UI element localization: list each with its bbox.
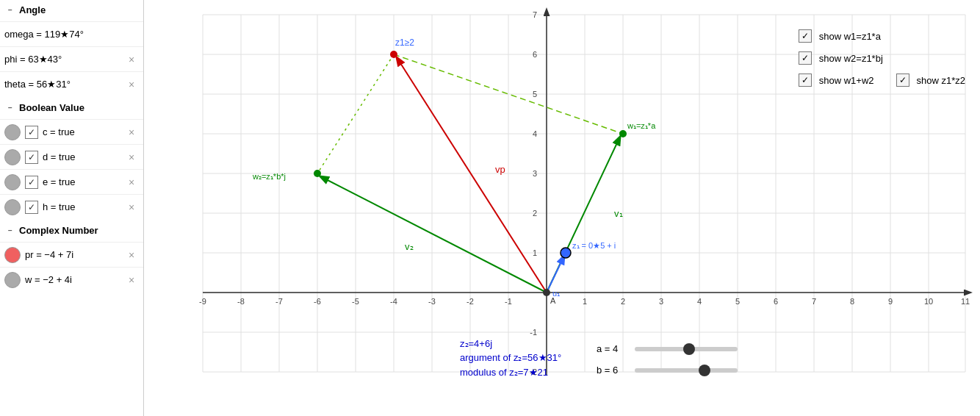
collapse-angle-icon: − (6, 6, 15, 15)
d-checkbox[interactable]: ✓ (25, 151, 38, 164)
w2-point-label: w₂=z₁*b*j (252, 172, 286, 181)
pr-close-btn[interactable]: × (126, 249, 137, 261)
svg-text:-3: -3 (428, 297, 436, 306)
svg-text:3: 3 (659, 297, 663, 306)
svg-text:-6: -6 (314, 297, 321, 306)
e-color (4, 174, 21, 190)
c-color (4, 124, 21, 140)
theta-close-btn[interactable]: × (126, 79, 137, 90)
slider-b-track[interactable] (635, 368, 738, 373)
boolean-content: ✓ c = true × ✓ d = true × ✓ e = true × ✓… (0, 118, 143, 220)
svg-text:4: 4 (533, 129, 537, 138)
svg-text:2: 2 (533, 209, 537, 218)
svg-text:1: 1 (533, 248, 537, 257)
svg-text:-7: -7 (275, 297, 283, 306)
list-item: ✓ e = true × (0, 169, 143, 194)
slider-a-track[interactable] (635, 347, 738, 351)
list-item: omega = 119★74° (0, 21, 143, 46)
legend-checkbox-w1w2[interactable]: ✓ (799, 73, 812, 87)
graph-area[interactable]: -9 -8 -7 -6 -5 -4 -3 -2 -1 1 2 3 4 5 6 7… (144, 0, 980, 416)
h-color (4, 199, 21, 215)
vector-vp (397, 57, 547, 293)
point-z1[interactable] (561, 248, 571, 258)
e-label: e = true (43, 176, 123, 187)
w-close-btn[interactable]: × (126, 274, 137, 286)
list-item: ✓ c = true × (0, 119, 143, 144)
section-angle[interactable]: − Angle (0, 0, 143, 20)
svg-text:-8: -8 (237, 297, 245, 306)
slider-a-thumb[interactable] (683, 343, 695, 355)
svg-text:7: 7 (812, 297, 816, 306)
svg-text:9: 9 (888, 297, 893, 306)
v1-label: v₁ (614, 208, 623, 219)
theta-label: theta = 56★31° (4, 79, 123, 90)
section-complex-label: Complex Number (19, 225, 98, 236)
svg-text:-4: -4 (390, 297, 397, 306)
svg-text:3: 3 (533, 169, 537, 178)
omega-label: omega = 119★74° (4, 29, 137, 40)
h-label: h = true (43, 201, 123, 212)
vp-label: vp (495, 164, 505, 175)
point-w2[interactable] (314, 170, 321, 177)
c-close-btn[interactable]: × (126, 126, 137, 138)
svg-text:6: 6 (774, 297, 778, 306)
angle-content: omega = 119★74° phi = 63★43° × theta = 5… (0, 20, 143, 98)
svg-text:5: 5 (735, 297, 740, 306)
list-item: w = −2 + 4i × (0, 267, 143, 292)
h-close-btn[interactable]: × (126, 201, 137, 213)
origin-point[interactable] (543, 289, 550, 296)
d-label: d = true (43, 151, 123, 162)
w1-point-label: w₁=z₁*a (627, 121, 656, 130)
point-z1z2[interactable] (390, 51, 397, 58)
section-boolean[interactable]: − Boolean Value (0, 98, 143, 118)
svg-text:5: 5 (533, 90, 537, 98)
phi-label: phi = 63★43° (4, 54, 123, 65)
e-checkbox[interactable]: ✓ (25, 176, 38, 189)
slider-b-thumb[interactable] (699, 365, 710, 376)
h-checkbox[interactable]: ✓ (25, 201, 38, 214)
d-color (4, 149, 21, 165)
section-angle-label: Angle (19, 4, 46, 15)
w-color (4, 272, 21, 288)
list-item: ✓ d = true × (0, 144, 143, 169)
w-label: w = −2 + 4i (25, 274, 123, 285)
argument-info: argument of z₂=56★31° (460, 351, 561, 365)
info-text-area: z₂=4+6j argument of z₂=56★31° modulus of… (460, 337, 561, 380)
legend-checkbox-w2[interactable]: ✓ (799, 51, 812, 65)
slider-b-row: b = 6 (597, 365, 738, 376)
legend-label-w2: show w2=z1*bj (819, 53, 883, 64)
legend-label-w1w2: show w1+w2 (819, 75, 874, 86)
svg-text:-9: -9 (199, 297, 206, 306)
legend-checkbox-z1z2[interactable]: ✓ (896, 73, 909, 87)
svg-text:1: 1 (583, 297, 587, 306)
list-item: phi = 63★43° × (0, 46, 143, 71)
slider-b-label: b = 6 (597, 365, 629, 376)
e-close-btn[interactable]: × (126, 176, 137, 188)
slider-a-row: a = 4 (597, 343, 738, 354)
svg-text:-2: -2 (466, 297, 474, 306)
legend-row-w1: ✓ show w1=z1*a (799, 29, 965, 43)
legend-checkbox-w1[interactable]: ✓ (799, 29, 812, 43)
c-checkbox[interactable]: ✓ (25, 126, 38, 139)
section-complex[interactable]: − Complex Number (0, 220, 143, 240)
d-close-btn[interactable]: × (126, 151, 137, 163)
point-w1[interactable] (619, 130, 627, 137)
collapse-complex-icon: − (6, 226, 15, 235)
v2-label: v₂ (405, 241, 414, 252)
origin-label: A (550, 296, 556, 305)
sidebar: − Angle omega = 119★74° phi = 63★43° × t… (0, 0, 144, 416)
phi-close-btn[interactable]: × (126, 54, 137, 65)
legend-label-w1: show w1=z1*a (819, 31, 881, 42)
vector-u1 (547, 256, 564, 293)
pr-label: pr = −4 + 7i (25, 249, 123, 260)
svg-text:-5: -5 (352, 297, 359, 306)
list-item: pr = −4 + 7i × (0, 242, 143, 267)
z1-point-label: z₁ = 0★5 + i (572, 241, 616, 250)
slider-a-label: a = 4 (597, 343, 629, 354)
collapse-boolean-icon: − (6, 104, 15, 112)
z1z2-point-label: z1≥2 (395, 37, 414, 48)
pr-color (4, 247, 21, 263)
svg-text:4: 4 (697, 297, 702, 306)
svg-text:11: 11 (961, 297, 970, 306)
svg-text:8: 8 (850, 297, 854, 306)
